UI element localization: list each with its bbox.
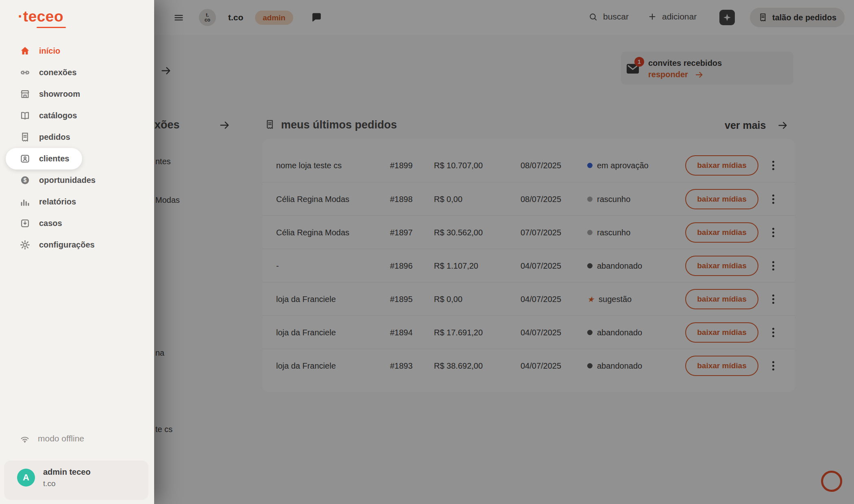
sidebar-item-label: configurações xyxy=(39,240,95,250)
bar-chart-icon xyxy=(20,196,30,207)
sidebar-item-label: pedidos xyxy=(39,133,70,142)
sidebar-item-relatorios[interactable]: relatórios xyxy=(0,191,154,213)
sidebar-nav: início conexões showroom catálogos xyxy=(0,40,154,256)
sidebar-drawer: ·teceo início conexões showroom xyxy=(0,0,154,504)
sidebar-item-label: oportunidades xyxy=(39,176,96,185)
teceo-logo[interactable]: ·teceo xyxy=(18,8,63,25)
wifi-icon xyxy=(20,433,30,444)
archive-icon xyxy=(20,218,30,229)
sidebar-item-catalogos[interactable]: catálogos xyxy=(0,105,154,126)
offline-mode-toggle[interactable]: modo offline xyxy=(20,433,84,444)
app-window: t. co t.co admin buscar adicionar xyxy=(0,0,854,504)
svg-text:$: $ xyxy=(24,177,27,183)
sidebar-item-label: casos xyxy=(39,219,62,228)
receipt-icon xyxy=(20,132,30,143)
book-icon xyxy=(20,110,30,121)
link-icon xyxy=(20,67,30,78)
logo-underline xyxy=(37,27,66,28)
sidebar-item-label: relatórios xyxy=(39,197,76,206)
sidebar-item-conexoes[interactable]: conexões xyxy=(0,62,154,83)
home-icon xyxy=(20,46,30,56)
user-profile[interactable]: A admin teceo t.co xyxy=(4,461,148,500)
sidebar-item-casos[interactable]: casos xyxy=(0,213,154,234)
sidebar-item-clientes[interactable]: clientes xyxy=(6,148,82,169)
sidebar-item-pedidos[interactable]: pedidos xyxy=(0,126,154,148)
avatar: A xyxy=(17,469,35,487)
sidebar-item-label: catálogos xyxy=(39,111,77,120)
dollar-icon: $ xyxy=(20,175,30,186)
offline-mode-label: modo offline xyxy=(38,434,84,443)
sidebar-item-configuracoes[interactable]: configurações xyxy=(0,234,154,256)
sidebar-item-inicio[interactable]: início xyxy=(0,40,154,62)
sidebar-item-label: clientes xyxy=(39,154,69,163)
sidebar-item-label: conexões xyxy=(39,68,76,77)
sidebar-item-label: início xyxy=(39,46,60,56)
sidebar-item-label: showroom xyxy=(39,89,80,99)
storefront-icon xyxy=(20,89,30,100)
gear-icon xyxy=(20,239,30,250)
user-org: t.co xyxy=(43,479,56,488)
contacts-icon xyxy=(20,153,30,164)
sidebar-item-oportunidades[interactable]: $ oportunidades xyxy=(0,169,154,191)
sidebar-item-showroom[interactable]: showroom xyxy=(0,83,154,105)
user-name: admin teceo xyxy=(43,467,91,477)
